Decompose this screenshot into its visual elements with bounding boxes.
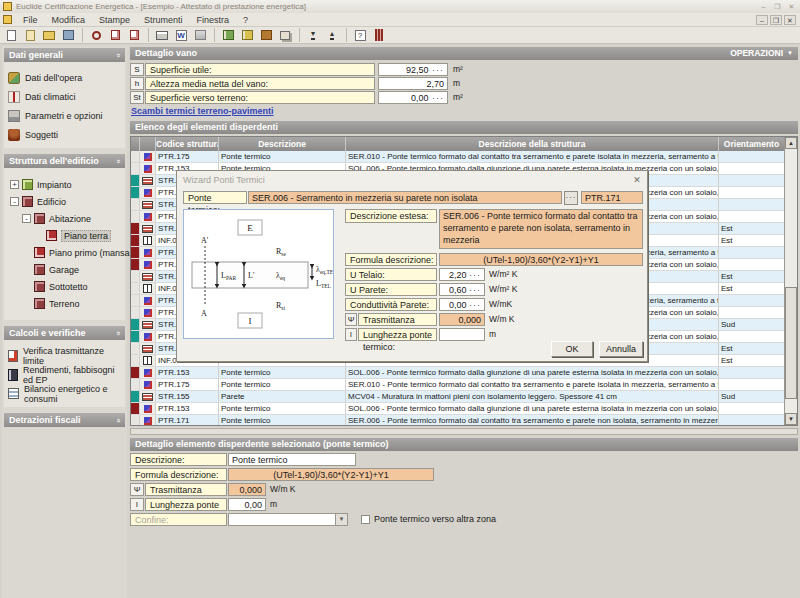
col-codice[interactable]: Codice struttura	[156, 137, 219, 151]
trasmittanza-value[interactable]: 0,000	[228, 483, 266, 496]
dialog-title[interactable]: Wizard Ponti Termici	[179, 173, 645, 187]
descrizione-input[interactable]: Ponte termico	[228, 453, 356, 466]
ok-button[interactable]: OK	[551, 341, 593, 357]
col-descrizione-struttura[interactable]: Descrizione della struttura	[346, 137, 719, 151]
search-document-button[interactable]	[106, 28, 124, 43]
vano-field-input[interactable]: 92,50 ···	[378, 63, 448, 76]
copy-structures-button[interactable]	[276, 28, 294, 43]
stamp-button[interactable]	[257, 28, 275, 43]
move-down-button[interactable]: ▾	[304, 28, 322, 43]
table-row[interactable]: STR.155PareteMCV04 - Muratura in mattoni…	[131, 391, 785, 403]
dlg-lunghezza-input[interactable]	[439, 328, 485, 341]
export-word-button[interactable]: W	[172, 28, 190, 43]
tree-item-edificio[interactable]: -Edificio	[8, 193, 123, 210]
menu-item-modifica[interactable]: Modifica	[45, 14, 93, 26]
mdi-document-icon[interactable]	[3, 15, 12, 24]
sidebar-item-parametri-e-opzioni[interactable]: Parametri e opzioni	[8, 106, 123, 125]
panel-header-detrazioni-fiscali[interactable]: Detrazioni fiscali»	[4, 413, 125, 427]
search-replace-button[interactable]	[125, 28, 143, 43]
dialog-close-icon[interactable]: ✕	[631, 174, 643, 186]
sidebar-item-rendimenti-fabbisogni-ep[interactable]: Rendimenti, fabbisogni ed EP	[8, 365, 123, 384]
tree-item-terreno[interactable]: Terreno	[8, 295, 123, 312]
table-horizontal-scrollbar[interactable]	[130, 428, 798, 435]
table-row[interactable]: PTR.153Ponte termicoSOL.006 - Ponte term…	[131, 403, 785, 415]
help-button[interactable]: ?	[351, 28, 369, 43]
panel-header-struttura-delledificio[interactable]: Struttura dell'edificio»	[4, 154, 125, 168]
u-parete-input[interactable]: 0,60 ···	[439, 283, 485, 296]
table-row[interactable]: PTR.175Ponte termicoSER.010 - Ponte term…	[131, 151, 785, 163]
tree-expand-icon[interactable]: +	[10, 180, 19, 189]
vano-field-input[interactable]: 2,70	[378, 77, 448, 90]
u-telaio-input[interactable]: 2,20 ···	[439, 268, 485, 281]
chevron-down-icon[interactable]: »	[113, 418, 122, 422]
col-descrizione[interactable]: Descrizione	[219, 137, 346, 151]
panel-header-dati-generali[interactable]: Dati generali»	[4, 48, 125, 62]
sidebar-item-bilancio-energetico-consumi[interactable]: Bilancio energetico e consumi	[8, 384, 123, 403]
formula-value[interactable]: (UTel-1,90)/3,60*(Y2-Y1)+Y1	[228, 468, 434, 481]
archive-yellow-button[interactable]	[238, 28, 256, 43]
table-row[interactable]: PTR.175Ponte termicoSER.010 - Ponte term…	[131, 379, 785, 391]
sidebar-item-verifica-trasmittanze-limite[interactable]: Verifica trasmittanze limite	[8, 346, 123, 365]
mdi-minimize-icon[interactable]: –	[756, 15, 768, 25]
scroll-up-icon[interactable]: ▲	[785, 137, 797, 149]
panel-header-calcoli-e-verifiche[interactable]: Calcoli e verifiche»	[4, 326, 125, 340]
tree-item-abitazione[interactable]: -Abitazione	[8, 210, 123, 227]
open-folder-button[interactable]	[40, 28, 58, 43]
archive-green-button[interactable]	[219, 28, 237, 43]
tree-item-piano-primo-mansarda-[interactable]: Piano primo (mansarda)	[8, 244, 123, 261]
mdi-restore-icon[interactable]: ❐	[770, 15, 782, 25]
dlg-formula-value[interactable]: (UTel-1,90)/3,60*(Y2-Y1)+Y1	[439, 253, 643, 266]
tree-collapse-icon[interactable]: -	[22, 214, 31, 223]
lunghezza-input[interactable]: 0,00	[228, 498, 266, 511]
ponte-verso-zona-checkbox[interactable]	[361, 515, 370, 524]
restore-icon[interactable]: ❐	[772, 2, 783, 11]
print-button[interactable]	[153, 28, 171, 43]
new-document-button[interactable]	[2, 28, 20, 43]
scrollbar-thumb[interactable]	[785, 287, 797, 399]
col-orientamento[interactable]: Orientamento	[719, 137, 785, 151]
chevron-up-icon[interactable]: »	[113, 53, 122, 57]
tree-item-impianto[interactable]: +Impianto	[8, 176, 123, 193]
menu-item-stampe[interactable]: Stampe	[92, 14, 137, 26]
menu-item-file[interactable]: File	[16, 14, 45, 26]
chevron-up-icon[interactable]: »	[113, 159, 122, 163]
menu-item-strumenti[interactable]: Strumenti	[137, 14, 190, 26]
euclide-column-button[interactable]	[370, 28, 388, 43]
sidebar-item-soggetti[interactable]: Soggetti	[8, 125, 123, 144]
menu-item-?[interactable]: ?	[236, 14, 255, 26]
col-color[interactable]	[131, 137, 140, 151]
table-row[interactable]: PTR.171Ponte termicoSER.006 - Ponte term…	[131, 415, 785, 425]
tree-item-piano-terra[interactable]: Piano terra	[8, 227, 123, 244]
sidebar-item-dati-climatici[interactable]: Dati climatici	[8, 87, 123, 106]
conduttivita-input[interactable]: 0,00 ···	[439, 298, 485, 311]
tree-collapse-icon[interactable]: -	[10, 197, 19, 206]
tree-item-sottotetto[interactable]: Sottotetto	[8, 278, 123, 295]
search-button[interactable]	[87, 28, 105, 43]
ellipsis-icon[interactable]: ···	[429, 93, 445, 103]
table-vertical-scrollbar[interactable]: ▲ ▼	[784, 137, 797, 425]
operazioni-button[interactable]: OPERAZIONI ▼	[730, 47, 793, 60]
chevron-up-icon[interactable]: »	[113, 331, 122, 335]
ellipsis-icon[interactable]: ···	[429, 65, 445, 75]
export-table-button[interactable]	[191, 28, 209, 43]
vano-field-input[interactable]: 0,00 ···	[378, 91, 448, 104]
scambi-termici-link[interactable]: Scambi termici terreno-pavimenti	[131, 106, 274, 116]
confine-dropdown[interactable]: ▼	[228, 513, 348, 526]
col-icon[interactable]	[140, 137, 156, 151]
close-icon[interactable]: ✕	[786, 2, 797, 11]
move-up-button[interactable]: ▴	[323, 28, 341, 43]
dlg-trasmittanza-value[interactable]: 0,000	[439, 313, 485, 326]
browse-button[interactable]: ···	[564, 191, 578, 205]
tree-item-garage[interactable]: Garage	[8, 261, 123, 278]
scroll-down-icon[interactable]: ▼	[785, 413, 797, 425]
ponte-termico-combo[interactable]: SER.006 - Serramento in mezzeria su pare…	[248, 191, 562, 204]
mdi-close-icon[interactable]: ✕	[784, 15, 796, 25]
ponte-code-field[interactable]: PTR.171	[581, 191, 643, 204]
table-row[interactable]: PTR.153Ponte termicoSOL.006 - Ponte term…	[131, 367, 785, 379]
descrizione-estesa-value[interactable]: SER.006 - Ponte termico formato dal cont…	[439, 209, 643, 249]
menu-item-finestra[interactable]: Finestra	[190, 14, 237, 26]
sidebar-item-dati-dellopera[interactable]: Dati dell'opera	[8, 68, 123, 87]
minimize-icon[interactable]: –	[758, 2, 769, 11]
new-template-button[interactable]	[21, 28, 39, 43]
save-button[interactable]	[59, 28, 77, 43]
